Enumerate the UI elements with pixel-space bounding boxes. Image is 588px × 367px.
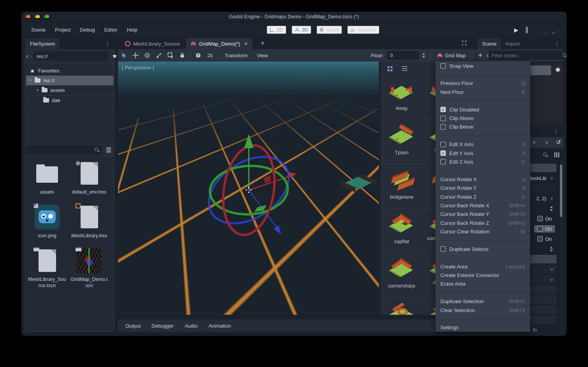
- palette-item[interactable]: bridgelane: [381, 164, 422, 209]
- menu-item[interactable]: Erase Area: [436, 280, 530, 288]
- spinner-updown-icon[interactable]: [550, 206, 553, 211]
- menu-button[interactable]: Scene: [27, 25, 50, 35]
- lock-tool-button[interactable]: [176, 50, 188, 60]
- file-item[interactable]: assets: [26, 161, 68, 205]
- menu-item[interactable]: Duplicate Selection Shift+C: [436, 297, 530, 306]
- bottom-panel-tab[interactable]: Audio: [180, 320, 202, 332]
- file-item[interactable]: icon.png: [26, 205, 68, 248]
- nav-back-button[interactable]: ‹: [26, 52, 28, 60]
- tree-row[interactable]: dae: [26, 95, 113, 106]
- chevron-down-icon[interactable]: ∨: [550, 176, 553, 180]
- transform-gizmo[interactable]: [194, 128, 303, 252]
- chevron-down-icon[interactable]: ∨: [550, 196, 553, 201]
- menu-item[interactable]: Clip Above: [436, 114, 530, 122]
- select-tool-button[interactable]: [118, 50, 130, 60]
- file-item[interactable]: MeshLibrary_Source.tscn: [26, 248, 68, 292]
- close-window-button[interactable]: [25, 14, 32, 19]
- dock-menu-icon[interactable]: ⋮: [102, 40, 113, 47]
- menu-item[interactable]: Cursor Back Rotate X Shift+A: [436, 201, 530, 210]
- chevron-down-icon[interactable]: ∨: [550, 267, 553, 272]
- menu-item[interactable]: Next Floor E: [436, 88, 530, 96]
- dock-splitter-icon[interactable]: ⋮: [551, 128, 561, 135]
- inspector-tools-icon[interactable]: [555, 152, 559, 157]
- floor-spinbox[interactable]: [387, 51, 419, 60]
- mode-2d-button[interactable]: 2D: [267, 26, 286, 34]
- menu-button[interactable]: Debug: [76, 25, 99, 35]
- menu-item[interactable]: Clip Below: [436, 123, 530, 131]
- mode-3d-button[interactable]: 3D: [292, 26, 312, 34]
- chevron-down-icon[interactable]: ▼: [36, 89, 42, 92]
- checkbox[interactable]: [537, 226, 543, 231]
- palette-item[interactable]: cornersharp: [381, 253, 422, 298]
- tree-row[interactable]: ▼ assets: [26, 85, 113, 95]
- gridmap-menu-button[interactable]: Grid Map: [433, 51, 470, 60]
- spinner-updown-icon[interactable]: [550, 247, 553, 252]
- dock-menu-icon[interactable]: ⋮: [552, 40, 562, 47]
- menu-item[interactable]: Cursor Back Rotate Y Shift+S: [436, 210, 530, 219]
- play-custom-scene-button[interactable]: [549, 29, 551, 31]
- tab-scene[interactable]: Scene: [477, 38, 501, 49]
- mode-assetlib-button[interactable]: AssetLib: [347, 26, 379, 34]
- file-list-display-toggle[interactable]: [104, 145, 113, 155]
- menu-item[interactable]: Create Area Launch1: [436, 262, 530, 271]
- scene-tab-gridmap-demo[interactable]: GridMap_Demo(*) ×: [186, 38, 252, 49]
- minimize-window-button[interactable]: [35, 14, 41, 19]
- move-tool-button[interactable]: [130, 50, 141, 60]
- menu-item[interactable]: Edit Z Axis C: [436, 157, 530, 166]
- visibility-eye-icon[interactable]: ◉: [555, 66, 560, 73]
- spinner-updown-icon[interactable]: [422, 53, 426, 58]
- palette-item[interactable]: capflat: [381, 209, 422, 253]
- menu-button[interactable]: Help: [123, 25, 142, 35]
- list-select-tool-button[interactable]: [165, 50, 176, 60]
- mode-script-button[interactable]: Script: [317, 26, 342, 34]
- scale-tool-button[interactable]: [153, 50, 165, 60]
- tree-row[interactable]: ▼ res://: [26, 76, 113, 85]
- pause-button[interactable]: [525, 26, 529, 34]
- menu-item[interactable]: Settings: [436, 323, 530, 332]
- 3d-viewport[interactable]: [ Perspective ]: [118, 62, 379, 315]
- menu-item[interactable]: Previous Floor Q: [436, 79, 530, 88]
- checkbox[interactable]: [537, 236, 543, 242]
- list-view-icon[interactable]: [401, 65, 408, 72]
- menu-item[interactable]: Create Exterior Connector: [436, 271, 530, 279]
- menu-button[interactable]: Project: [51, 25, 75, 35]
- menu-button[interactable]: Editor: [100, 25, 122, 35]
- menu-item[interactable]: Snap View: [436, 62, 530, 70]
- new-scene-tab-button[interactable]: +: [258, 39, 267, 48]
- history-forward-button[interactable]: ›: [543, 138, 551, 146]
- zoom-window-button[interactable]: [44, 14, 50, 19]
- file-item[interactable]: default_env.tres: [68, 161, 110, 205]
- menu-item[interactable]: Cursor Back Rotate Z Shift+D: [436, 219, 530, 227]
- menu-item[interactable]: Clip Disabled: [436, 105, 530, 114]
- stop-button[interactable]: [535, 29, 536, 31]
- palette-item[interactable]: [381, 298, 422, 315]
- skeleton-tool-button[interactable]: [204, 50, 216, 60]
- history-icon[interactable]: ↺: [554, 138, 563, 146]
- history-back-button[interactable]: ‹: [530, 138, 538, 146]
- menu-item[interactable]: Cursor Rotate X A: [436, 175, 530, 184]
- transform-menu-button[interactable]: Transform: [220, 51, 252, 60]
- rotate-tool-button[interactable]: [141, 50, 153, 60]
- inspector-scrollbar[interactable]: [560, 163, 562, 329]
- checkbox[interactable]: [537, 216, 543, 221]
- bottom-panel-tab[interactable]: Debugger: [146, 320, 179, 332]
- palette-item[interactable]: 4way: [381, 76, 422, 120]
- perspective-label[interactable]: [ Perspective ]: [122, 65, 154, 71]
- distraction-free-icon[interactable]: ↖↗↙↘: [461, 40, 468, 46]
- play-scene-button[interactable]: [542, 29, 544, 31]
- view-menu-button[interactable]: View: [252, 51, 273, 60]
- scene-tab-meshlibrary-source[interactable]: MeshLibrary_Source: [120, 38, 185, 49]
- tab-import[interactable]: Import: [501, 38, 525, 49]
- nav-forward-button[interactable]: ›: [30, 52, 32, 60]
- group-tool-button[interactable]: [192, 50, 204, 60]
- menu-item[interactable]: Duplicate Selects: [436, 245, 530, 253]
- path-field[interactable]: [33, 51, 108, 61]
- menu-item[interactable]: Cursor Clear Rotation W: [436, 227, 530, 236]
- tab-filesystem[interactable]: FileSystem: [25, 38, 60, 49]
- chevron-down-icon[interactable]: ▼: [29, 79, 35, 82]
- menu-item[interactable]: Clear Selection Shift+X: [436, 306, 530, 314]
- palette-item[interactable]: Tplain: [381, 120, 422, 164]
- add-node-button[interactable]: +: [478, 51, 482, 60]
- search-input[interactable]: [26, 145, 102, 155]
- bottom-panel-tab[interactable]: Output: [120, 320, 146, 332]
